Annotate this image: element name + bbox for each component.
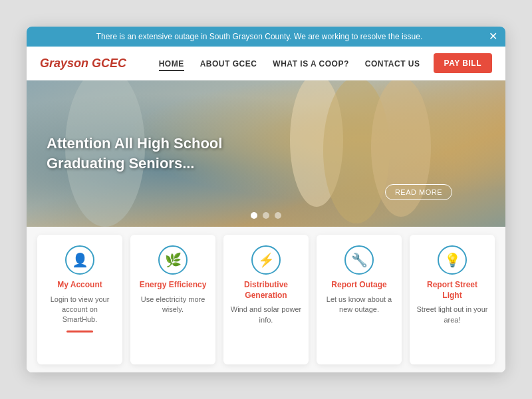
card-0[interactable]: 👤 My Account Login to view your account … (37, 235, 122, 364)
nav-link-home[interactable]: HOME (159, 59, 184, 71)
pay-bill-button[interactable]: PAY BILL (434, 53, 492, 73)
cards-row: 👤 My Account Login to view your account … (27, 227, 505, 372)
card-icon-3: 🔧 (344, 245, 374, 275)
card-title-2: Distributive Generation (230, 280, 302, 301)
card-icon-2: ⚡ (251, 245, 281, 275)
card-underline (66, 331, 93, 332)
nav-item-about[interactable]: ABOUT GCEC (200, 57, 257, 69)
hero-dots (251, 212, 281, 219)
logo: Grayson GCEC (40, 57, 159, 70)
card-1[interactable]: 🌿 Energy Efficiency Use electricity more… (130, 235, 215, 364)
nav-item-coop[interactable]: WHAT IS A COOP? (273, 57, 348, 69)
hero-text: Attention All High School Graduating Sen… (47, 134, 222, 173)
read-more-button[interactable]: READ MORE (385, 184, 452, 200)
hero-heading: Attention All High School Graduating Sen… (47, 134, 222, 173)
logo-text: Grayson GCEC (40, 57, 126, 70)
card-desc-2: Wind and solar power info. (230, 305, 302, 325)
card-3[interactable]: 🔧 Report Outage Let us know about a new … (317, 235, 402, 364)
hero-dot-2[interactable] (263, 212, 269, 219)
card-title-3: Report Outage (331, 280, 386, 291)
navbar: Grayson GCEC HOME ABOUT GCEC WHAT IS A C… (27, 47, 505, 80)
nav-link-coop[interactable]: WHAT IS A COOP? (273, 59, 348, 68)
nav-link-contact[interactable]: CONTACT US (365, 59, 420, 68)
card-title-4: Report Street Light (416, 280, 488, 301)
card-icon-1: 🌿 (158, 245, 188, 275)
card-4[interactable]: 💡 Report Street Light Street light out i… (410, 235, 495, 364)
card-desc-1: Use electricity more wisely. (137, 295, 209, 315)
alert-close-button[interactable]: ✕ (489, 31, 497, 42)
card-desc-0: Login to view your account on SmartHub. (44, 295, 116, 325)
alert-banner: There is an extensive outage in South Gr… (27, 27, 505, 47)
card-icon-0: 👤 (65, 245, 94, 275)
alert-message: There is an extensive outage in South Gr… (96, 32, 422, 41)
nav-item-home[interactable]: HOME (159, 57, 184, 69)
nav-link-about[interactable]: ABOUT GCEC (200, 59, 257, 68)
card-desc-4: Street light out in your area! (416, 305, 488, 325)
hero-dot-1[interactable] (251, 212, 257, 219)
card-icon-4: 💡 (438, 245, 467, 275)
hero-dot-3[interactable] (275, 212, 281, 219)
card-title-0: My Account (57, 280, 102, 291)
card-title-1: Energy Efficiency (140, 280, 207, 291)
nav-links: HOME ABOUT GCEC WHAT IS A COOP? CONTACT … (159, 57, 420, 69)
hero-section: Attention All High School Graduating Sen… (27, 80, 505, 227)
nav-item-contact[interactable]: CONTACT US (365, 57, 420, 69)
browser-window: There is an extensive outage in South Gr… (27, 27, 505, 372)
card-desc-3: Let us know about a new outage. (323, 295, 395, 315)
card-2[interactable]: ⚡ Distributive Generation Wind and solar… (223, 235, 309, 364)
